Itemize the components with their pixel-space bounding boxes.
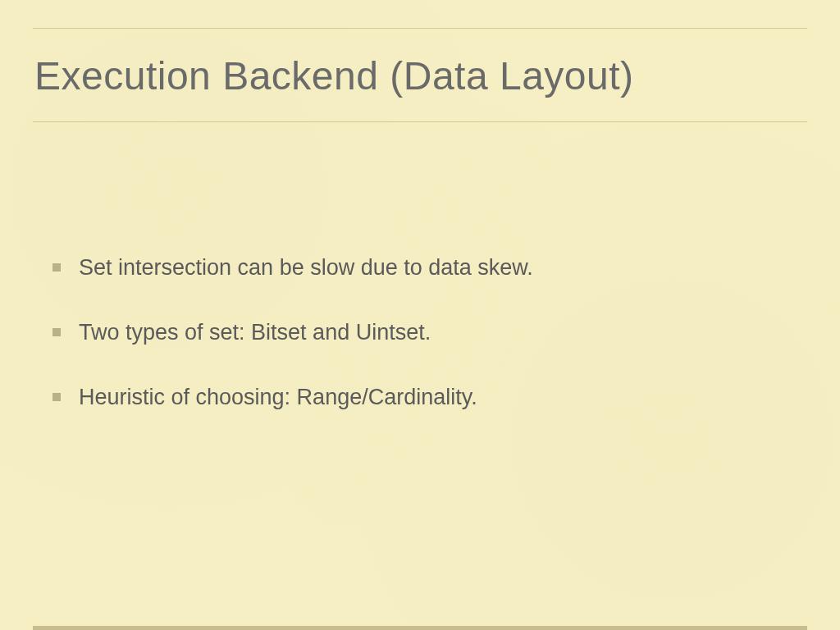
slide-content: Set intersection can be slow due to data… bbox=[52, 253, 807, 412]
bullet-text: Set intersection can be slow due to data… bbox=[79, 253, 533, 282]
bullet-icon bbox=[52, 328, 61, 336]
list-item: Two types of set: Bitset and Uintset. bbox=[52, 318, 807, 347]
bullet-text: Heuristic of choosing: Range/Cardinality… bbox=[79, 383, 477, 412]
divider-top bbox=[33, 28, 807, 29]
slide-title: Execution Backend (Data Layout) bbox=[34, 53, 807, 98]
divider-mid bbox=[33, 121, 807, 122]
bullet-icon bbox=[52, 393, 61, 401]
divider-bottom bbox=[33, 626, 807, 630]
bullet-text: Two types of set: Bitset and Uintset. bbox=[79, 318, 431, 347]
list-item: Heuristic of choosing: Range/Cardinality… bbox=[52, 383, 807, 412]
slide-container: Execution Backend (Data Layout) Set inte… bbox=[0, 28, 840, 630]
bullet-icon bbox=[52, 263, 61, 272]
list-item: Set intersection can be slow due to data… bbox=[52, 253, 807, 282]
